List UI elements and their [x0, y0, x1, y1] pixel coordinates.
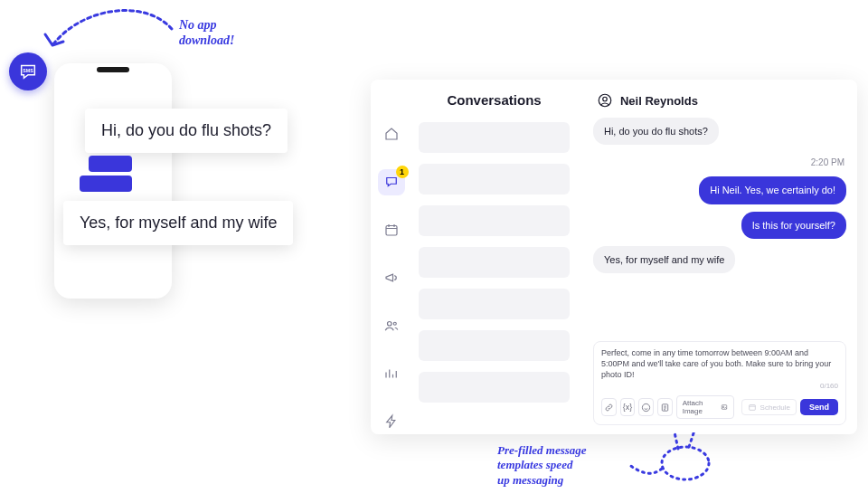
message-out: Is this for yourself?: [741, 212, 846, 239]
annotation-no-app: No app download!: [27, 4, 262, 58]
megaphone-icon: [383, 270, 400, 286]
analytics-icon: [383, 365, 400, 382]
nav-automations[interactable]: [378, 408, 405, 434]
nav-rail: 1: [371, 80, 411, 434]
svg-text:SMS: SMS: [23, 68, 33, 73]
calendar-icon: [383, 222, 400, 238]
conversation-item-skeleton[interactable]: [419, 372, 570, 403]
composer-toolbar: {x} Attach Image Schedule Send: [601, 395, 838, 419]
emoji-icon: [641, 403, 651, 413]
annotation-templates: Pre-filled message templates speed up me…: [497, 432, 732, 499]
conversation-item-skeleton[interactable]: [419, 164, 570, 195]
message-in: Yes, for myself and my wife: [593, 246, 735, 273]
schedule-label: Schedule: [760, 403, 790, 412]
braces-icon: {x}: [623, 403, 633, 412]
nav-home[interactable]: [378, 121, 405, 147]
svg-rect-9: [749, 405, 755, 411]
composer-textarea[interactable]: Perfect, come in any time tomorrow betwe…: [601, 347, 838, 380]
phone-bubble-outgoing-skeleton: [80, 176, 132, 192]
message-timestamp: 2:20 PM: [811, 157, 844, 167]
nav-calendar[interactable]: [378, 217, 405, 243]
link-tool[interactable]: [601, 398, 617, 416]
message-out: Hi Neil. Yes, we certainly do!: [699, 176, 846, 204]
chat-icon: [383, 174, 400, 190]
conversation-list: Conversations: [411, 80, 582, 434]
annotation-text: Pre-filled message templates speed up me…: [497, 443, 587, 488]
attach-image-button[interactable]: Attach Image: [676, 395, 734, 419]
svg-point-5: [643, 403, 650, 411]
message-in: Hi, do you do flu shots?: [593, 118, 719, 145]
svg-point-4: [603, 97, 608, 101]
char-counter: 0/160: [601, 382, 838, 390]
annotation-text: No app download!: [179, 18, 234, 49]
template-tool[interactable]: [657, 398, 673, 416]
chat-header: Neil Reynolds: [593, 90, 846, 118]
phone-bubble-incoming: Hi, do you do flu shots?: [85, 109, 288, 153]
conversation-item-skeleton[interactable]: [419, 247, 570, 278]
svg-point-2: [387, 321, 392, 326]
attach-label: Attach Image: [683, 399, 717, 415]
home-icon: [383, 126, 400, 142]
contact-name: Neil Reynolds: [620, 94, 698, 108]
phone-bubble-reply: Yes, for myself and my wife: [63, 201, 293, 245]
svg-point-10: [662, 447, 709, 479]
unread-badge: 1: [396, 166, 409, 178]
composer[interactable]: Perfect, come in any time tomorrow betwe…: [593, 341, 846, 425]
calendar-small-icon: [748, 403, 757, 412]
link-icon: [604, 403, 614, 413]
variable-tool[interactable]: {x}: [620, 398, 636, 416]
sms-icon: SMS: [18, 62, 38, 81]
people-icon: [383, 318, 400, 334]
sms-badge: SMS: [9, 52, 47, 90]
conversation-item-skeleton[interactable]: [419, 330, 570, 361]
svg-rect-1: [386, 226, 397, 236]
chat-body: Hi, do you do flu shots? 2:20 PM Hi Neil…: [593, 118, 846, 336]
nav-campaigns[interactable]: [378, 265, 405, 291]
phone-notch: [97, 67, 129, 72]
send-button[interactable]: Send: [800, 399, 838, 415]
nav-conversations[interactable]: 1: [378, 169, 405, 195]
chat-pane: Neil Reynolds Hi, do you do flu shots? 2…: [582, 80, 857, 434]
emoji-tool[interactable]: [638, 398, 654, 416]
conversation-item-skeleton[interactable]: [419, 289, 570, 319]
conversation-item-skeleton[interactable]: [419, 205, 570, 236]
svg-rect-7: [722, 405, 726, 410]
schedule-button[interactable]: Schedule: [741, 399, 797, 415]
nav-contacts[interactable]: [378, 312, 405, 338]
template-icon: [660, 403, 670, 413]
app-panel: 1 Conversations Neil Reynolds: [371, 80, 857, 434]
nav-analytics[interactable]: [378, 360, 405, 386]
avatar-icon: [597, 92, 613, 109]
conversation-list-title: Conversations: [419, 92, 570, 108]
conversation-item-skeleton[interactable]: [419, 122, 570, 153]
image-icon: [721, 403, 728, 412]
bolt-icon: [383, 413, 400, 430]
phone-bubble-outgoing-skeleton: [89, 156, 132, 172]
